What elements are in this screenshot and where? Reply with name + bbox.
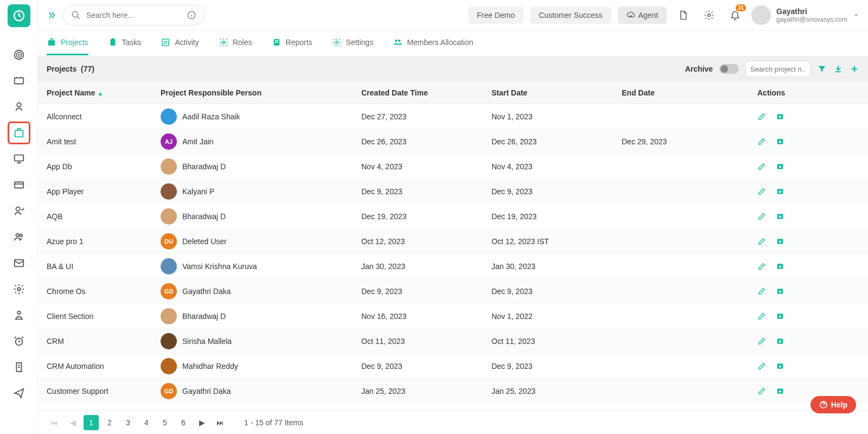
edit-icon[interactable]	[757, 362, 766, 371]
add-icon[interactable]	[850, 64, 859, 74]
global-search[interactable]	[63, 5, 205, 25]
project-search-input[interactable]	[745, 61, 810, 77]
sidebar-item-settings[interactable]	[8, 278, 30, 301]
svg-point-5	[17, 103, 21, 107]
page-1[interactable]: 1	[84, 415, 99, 430]
page-3[interactable]: 3	[120, 415, 136, 430]
table-row[interactable]: BA & UIVamsi Krishna KuruvaJan 30, 2023J…	[38, 254, 868, 279]
tab-tasks[interactable]: Tasks	[108, 31, 142, 55]
edit-icon[interactable]	[757, 212, 766, 221]
table-row[interactable]: App PlayerKalyani PDec 9, 2023Dec 9, 202…	[38, 179, 868, 204]
edit-icon[interactable]	[757, 112, 766, 121]
edit-icon[interactable]	[757, 387, 766, 395]
archive-toggle[interactable]	[719, 64, 739, 74]
archive-icon[interactable]	[776, 262, 784, 271]
table-row[interactable]: Customer SupportGDGayathri DakaJan 25, 2…	[38, 379, 868, 404]
sidebar-item-member[interactable]	[8, 200, 30, 222]
notifications-button[interactable]: 31	[725, 5, 745, 25]
help-button[interactable]: Help	[810, 396, 856, 413]
tab-activity[interactable]: Activity	[161, 31, 199, 55]
sidebar-item-projects[interactable]	[8, 122, 30, 144]
sort-asc-icon: ▲	[97, 90, 103, 97]
archive-icon[interactable]	[776, 237, 784, 246]
free-demo-button[interactable]: Free Demo	[468, 7, 524, 24]
cell-actions	[757, 262, 859, 271]
archive-icon[interactable]	[776, 337, 784, 346]
page-5[interactable]: 5	[157, 415, 173, 430]
table-row[interactable]: Amit testAJAmit JainDec 26, 2023Dec 26, …	[38, 129, 868, 154]
edit-icon[interactable]	[757, 187, 766, 196]
page-2[interactable]: 2	[102, 415, 117, 430]
col-header-created[interactable]: Created Date Time	[361, 88, 492, 97]
archive-icon[interactable]	[776, 387, 784, 395]
filter-icon[interactable]	[817, 64, 827, 74]
tab-members-allocation[interactable]: Members Allocation	[393, 31, 473, 55]
archive-icon[interactable]	[776, 187, 784, 196]
table-row[interactable]: AQBBharadwaj DDec 19, 2023Dec 19, 2023	[38, 204, 868, 229]
tab-settings[interactable]: Settings	[332, 31, 374, 55]
sidebar-item-monitor[interactable]	[8, 69, 30, 92]
user-menu[interactable]: Gayathri gayathri@snovasys.com	[751, 5, 859, 25]
cell-actions	[757, 137, 859, 146]
archive-icon[interactable]	[776, 162, 784, 171]
table-row[interactable]: AllconnectAadil Raza ShaikDec 27, 2023No…	[38, 104, 868, 129]
col-header-person[interactable]: Project Responsible Person	[161, 88, 361, 97]
col-header-start[interactable]: Start Date	[492, 88, 622, 97]
page-6[interactable]: 6	[176, 415, 191, 430]
edit-icon[interactable]	[757, 262, 766, 271]
table-row[interactable]: Client SectionBharadwaj DNov 16, 2023Nov…	[38, 304, 868, 329]
settings-icon-button[interactable]	[699, 5, 719, 25]
edit-icon[interactable]	[757, 162, 766, 171]
page-first[interactable]: ⏮	[47, 415, 62, 430]
sidebar-item-invoice[interactable]	[8, 356, 30, 379]
agent-button[interactable]: Agent	[618, 7, 667, 24]
sidebar-item-team[interactable]	[8, 226, 30, 248]
sidebar-item-profile[interactable]	[8, 304, 30, 327]
section-title: Projects (77)	[47, 65, 94, 73]
edit-icon[interactable]	[757, 312, 766, 321]
edit-icon[interactable]	[757, 137, 766, 146]
tab-projects[interactable]: Projects	[47, 31, 88, 55]
topbar: Free Demo Customer Success Agent 31 Gaya…	[38, 0, 868, 30]
cell-actions	[757, 212, 859, 221]
sidebar-item-desktop[interactable]	[8, 148, 30, 170]
edit-icon[interactable]	[757, 237, 766, 246]
sidebar-item-send[interactable]	[8, 382, 30, 405]
page-last[interactable]: ⏭	[213, 415, 228, 430]
edit-icon[interactable]	[757, 287, 766, 296]
sidebar-item-target[interactable]	[8, 43, 30, 66]
table-row[interactable]: CRM AutomationMahidhar ReddyDec 9, 2023D…	[38, 354, 868, 379]
info-icon[interactable]	[187, 10, 196, 20]
page-prev[interactable]: ◀	[65, 415, 80, 430]
app-logo[interactable]	[8, 4, 30, 27]
table-row[interactable]: Chrome OsGDGayathri DakaDec 9, 2023Dec 9…	[38, 279, 868, 304]
sidebar-item-user[interactable]	[8, 95, 30, 118]
col-header-name[interactable]: Project Name▲	[47, 88, 161, 97]
sidebar-item-alarm[interactable]	[8, 330, 30, 353]
sidebar-item-mail[interactable]	[8, 252, 30, 275]
svg-point-28	[395, 40, 398, 42]
col-header-end[interactable]: End Date	[622, 88, 757, 97]
download-icon[interactable]	[833, 64, 843, 74]
archive-icon[interactable]	[776, 312, 784, 321]
archive-icon[interactable]	[776, 112, 784, 121]
page-next[interactable]: ▶	[194, 415, 209, 430]
archive-icon[interactable]	[776, 362, 784, 371]
table-row[interactable]: Azue pro 1DUDeleted UserOct 12, 2023Oct …	[38, 229, 868, 254]
customer-success-button[interactable]: Customer Success	[530, 7, 611, 24]
edit-icon[interactable]	[757, 337, 766, 346]
sidebar-item-card[interactable]	[8, 174, 30, 196]
table-row[interactable]: App DbBharadwaj DNov 4, 2023Nov 4, 2023	[38, 154, 868, 179]
svg-rect-20	[110, 39, 115, 46]
search-input[interactable]	[86, 11, 181, 20]
archive-icon[interactable]	[776, 287, 784, 296]
document-icon-button[interactable]	[673, 5, 693, 25]
archive-icon[interactable]	[776, 212, 784, 221]
table-row[interactable]: CRMSirisha MallelaOct 11, 2023Oct 11, 20…	[38, 329, 868, 354]
cell-person: GDGayathri Daka	[161, 283, 361, 299]
page-4[interactable]: 4	[139, 415, 154, 430]
expand-sidebar-button[interactable]	[47, 10, 56, 20]
archive-icon[interactable]	[776, 137, 784, 146]
tab-roles[interactable]: Roles	[219, 31, 252, 55]
tab-reports[interactable]: Reports	[272, 31, 312, 55]
